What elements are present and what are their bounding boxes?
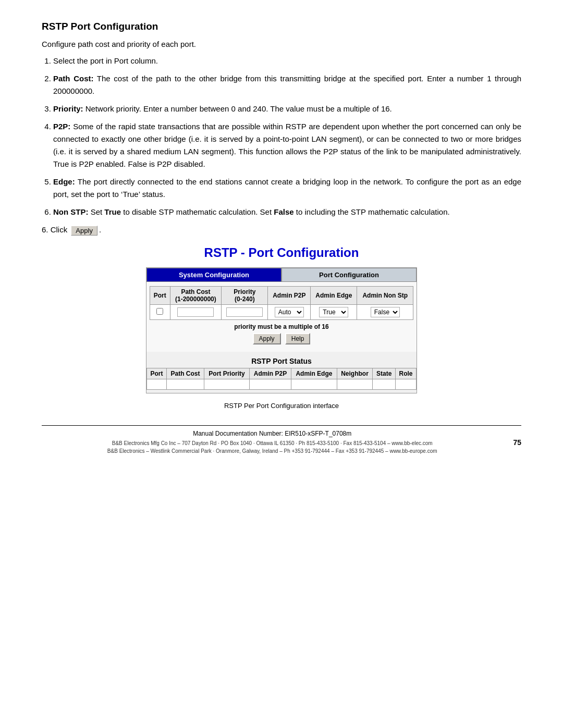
intro-text: Configure path cost and priority of each… [42, 40, 521, 48]
step-non-stp-bold: Non STP: [53, 207, 89, 216]
status-cell-state [373, 379, 396, 390]
col-port: Port [150, 287, 170, 305]
step-click: 6. Click Apply. [42, 224, 521, 236]
cell-priority: 128 [222, 305, 268, 320]
status-col-role: Role [395, 368, 416, 379]
step-1: Select the port in Port column. [53, 55, 521, 67]
status-section: RSTP Port Status Port Path Cost Port Pri… [146, 357, 417, 390]
step-p2p-rest: Some of the rapid state transactions tha… [53, 122, 521, 168]
col-admin-edge: Admin Edge [311, 287, 357, 305]
button-row: Apply Help [150, 333, 413, 344]
col-admin-p2p: Admin P2P [268, 287, 311, 305]
tab-port-configuration[interactable]: Port Configuration [282, 268, 417, 282]
step-edge: Edge: The port directly connected to the… [53, 176, 521, 201]
status-cell-port [147, 379, 167, 390]
apply-inline-button[interactable]: Apply [71, 226, 97, 236]
status-cell-edge [291, 379, 337, 390]
step-non-stp-rest2: to disable STP mathematic calculation. S… [121, 207, 274, 216]
cell-path-cost: 200000 [170, 305, 222, 320]
steps-list: Select the port in Port column. Path Cos… [53, 55, 521, 236]
step-path-cost-bold: Path Cost: [53, 74, 93, 83]
cell-port-checkbox [150, 305, 170, 320]
step-non-stp-rest3: to including the STP mathematic calculat… [294, 207, 450, 216]
cell-admin-edge: True False [311, 305, 357, 320]
page-footer: Manual Documentation Number: EIR510-xSFP… [42, 425, 521, 455]
footer-company-line1: B&B Electronics Mfg Co Inc – 707 Dayton … [42, 439, 503, 447]
tab-system-configuration[interactable]: System Configuration [146, 268, 282, 282]
cell-admin-p2p: Auto True False [268, 305, 311, 320]
cell-admin-non-stp: False True [357, 305, 413, 320]
col-priority: Priority (0-240) [222, 287, 268, 305]
step-priority-rest: Network priority. Enter a number between… [83, 104, 392, 113]
interface-screenshot: System Configuration Port Configuration … [146, 267, 417, 393]
status-cell-neighbor [337, 379, 373, 390]
config-table: Port Path Cost (1-200000000) Priority (0… [150, 286, 413, 320]
step-p2p-bold: P2P: [53, 122, 70, 131]
footer-center: Manual Documentation Number: EIR510-xSFP… [42, 430, 503, 455]
port-checkbox[interactable] [156, 308, 163, 315]
step-p2p: P2P: Some of the rapid state transaction… [53, 120, 521, 170]
step-1-text: Select the port in Port column. [53, 56, 158, 65]
step-path-cost-rest: The cost of the path to the other bridge… [53, 74, 521, 95]
step-edge-rest: The port directly connected to the end s… [53, 177, 521, 199]
status-col-port-priority: Port Priority [204, 368, 250, 379]
status-col-state: State [373, 368, 396, 379]
status-cell-path-cost [166, 379, 204, 390]
admin-p2p-select[interactable]: Auto True False [275, 307, 304, 317]
status-col-admin-p2p: Admin P2P [249, 368, 291, 379]
tab-bar: System Configuration Port Configuration [146, 268, 417, 282]
status-col-neighbor: Neighbor [337, 368, 373, 379]
help-button[interactable]: Help [285, 333, 311, 344]
status-cell-p2p [249, 379, 291, 390]
priority-input[interactable]: 128 [226, 307, 263, 317]
step-priority-bold: Priority: [53, 104, 83, 113]
status-cell-priority [204, 379, 250, 390]
section-title: RSTP Port Configuration [42, 21, 521, 32]
footer-company-line2: B&B Electronics – Westlink Commercial Pa… [42, 447, 503, 455]
page-content: RSTP Port Configuration Configure path c… [42, 21, 521, 455]
status-title: RSTP Port Status [146, 357, 417, 365]
step-non-stp: Non STP: Set True to disable STP mathema… [53, 206, 521, 218]
apply-button[interactable]: Apply [253, 333, 281, 344]
col-admin-non-stp: Admin Non Stp [357, 287, 413, 305]
path-cost-input[interactable]: 200000 [177, 307, 214, 317]
click-text: 6. Click [42, 225, 67, 234]
status-col-port: Port [147, 368, 167, 379]
blue-title: RSTP - Port Configuration [42, 245, 521, 260]
config-table-area: Port Path Cost (1-200000000) Priority (0… [146, 282, 417, 352]
step-non-stp-rest: Set [89, 207, 105, 216]
priority-note: priority must be a multiple of 16 [150, 323, 413, 330]
col-path-cost: Path Cost (1-200000000) [170, 287, 222, 305]
status-table-row [147, 379, 417, 390]
step-path-cost: Path Cost: The cost of the path to the o… [53, 72, 521, 97]
footer-doc: Manual Documentation Number: EIR510-xSFP… [42, 430, 503, 437]
footer-page-number: 75 [503, 438, 521, 447]
step-priority: Priority: Network priority. Enter a numb… [53, 103, 521, 115]
config-table-row: 200000 128 Auto True False [150, 305, 413, 320]
status-col-admin-edge: Admin Edge [291, 368, 337, 379]
step-non-stp-true: True [104, 207, 121, 216]
step-edge-bold: Edge: [53, 177, 75, 186]
admin-edge-select[interactable]: True False [319, 307, 348, 317]
status-table: Port Path Cost Port Priority Admin P2P A [146, 368, 417, 390]
admin-non-stp-select[interactable]: False True [371, 307, 400, 317]
status-cell-role [395, 379, 416, 390]
interface-caption: RSTP Per Port Configuration interface [42, 402, 521, 410]
status-col-path-cost: Path Cost [166, 368, 204, 379]
step-non-stp-false: False [274, 207, 293, 216]
